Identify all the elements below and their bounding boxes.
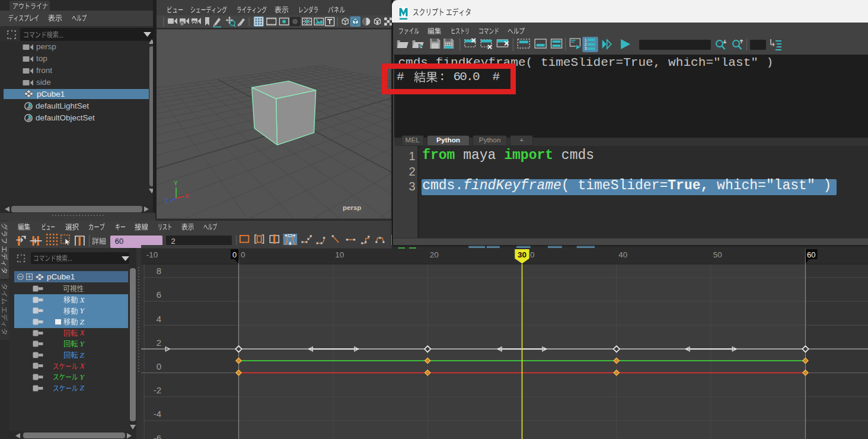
- svg-text:50: 50: [713, 250, 722, 259]
- svg-text:0: 0: [530, 250, 535, 259]
- svg-text:X: X: [185, 193, 189, 199]
- svg-text:-4: -4: [154, 409, 161, 419]
- svg-text:8: 8: [157, 266, 161, 276]
- svg-text:Y: Y: [174, 180, 178, 187]
- svg-text:Z: Z: [165, 198, 168, 203]
- svg-text:3: 3: [585, 46, 587, 50]
- svg-text:20: 20: [430, 250, 439, 259]
- svg-text:-2: -2: [154, 385, 161, 395]
- svg-text:0: 0: [157, 361, 161, 371]
- svg-text:-6: -6: [154, 433, 161, 439]
- svg-text:-10: -10: [146, 250, 158, 259]
- svg-text:2: 2: [157, 338, 161, 348]
- svg-text:10: 10: [335, 250, 344, 259]
- svg-text:60: 60: [807, 250, 815, 259]
- svg-text:2: 2: [585, 42, 587, 46]
- svg-text:6: 6: [157, 290, 161, 300]
- svg-text:0: 0: [232, 250, 237, 259]
- svg-text:40: 40: [618, 250, 627, 259]
- svg-text:4: 4: [157, 314, 161, 324]
- svg-text:0: 0: [241, 250, 245, 259]
- svg-text:30: 30: [518, 250, 526, 259]
- svg-text:1: 1: [585, 38, 587, 42]
